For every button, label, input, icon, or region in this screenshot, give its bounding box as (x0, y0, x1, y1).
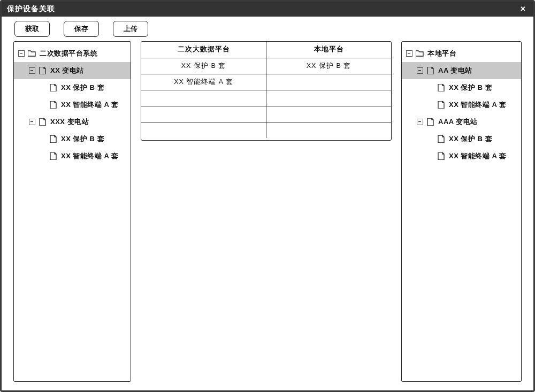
window-title: 保护设备关联 (7, 4, 55, 14)
table-row[interactable]: XX 保护 B 套 XX 保护 B 套 (141, 58, 391, 74)
left-tree-panel: − 二次数据平台系统 − XX 变电站 XX 保护 B 套 (13, 41, 131, 382)
file-icon (49, 101, 58, 109)
tree-node-label: AA 变电站 (438, 66, 472, 75)
table-row[interactable] (141, 106, 391, 122)
table-cell (266, 90, 392, 106)
upload-button[interactable]: 上传 (113, 21, 148, 37)
file-icon (39, 67, 47, 74)
file-icon (49, 84, 58, 91)
tree-node-label: XX 保护 B 套 (61, 83, 104, 93)
table-cell (141, 90, 266, 106)
file-icon (437, 101, 446, 109)
tree-root[interactable]: − 本地平台 (402, 45, 521, 62)
file-icon (39, 118, 47, 126)
expand-toggle-icon[interactable]: − (417, 119, 423, 125)
table-cell (266, 106, 392, 122)
file-icon (49, 152, 58, 160)
save-button[interactable]: 保存 (64, 21, 99, 37)
table-cell: XX 智能终端 A 套 (141, 74, 266, 90)
mapping-table: 二次大数据平台 本地平台 XX 保护 B 套 XX 保护 B 套 XX 智能终端… (141, 42, 391, 138)
tree-leaf[interactable]: XX 保护 B 套 (14, 79, 131, 96)
table-cell (266, 122, 392, 138)
file-icon (437, 152, 446, 160)
tree-leaf[interactable]: XX 保护 B 套 (402, 79, 521, 96)
expand-toggle-icon[interactable]: − (417, 67, 423, 74)
tree-leaf[interactable]: XX 智能终端 A 套 (14, 148, 131, 165)
table-row[interactable] (141, 122, 391, 138)
table-header: 二次大数据平台 (141, 42, 266, 58)
table-header: 本地平台 (266, 42, 392, 58)
titlebar: 保护设备关联 × (2, 2, 533, 17)
table-cell (141, 106, 266, 122)
tree-node-label: XX 变电站 (50, 66, 84, 75)
tree-node-label: XX 智能终端 A 套 (449, 151, 507, 161)
tree-node-label: XXX 变电站 (50, 117, 89, 127)
file-icon (426, 67, 435, 74)
tree-root[interactable]: − 二次数据平台系统 (14, 45, 131, 62)
table-cell: XX 保护 B 套 (266, 58, 392, 74)
tree-node-label: 本地平台 (427, 49, 456, 58)
file-icon (426, 118, 435, 126)
upload-button-label: 上传 (124, 24, 137, 34)
file-icon (437, 84, 446, 91)
expand-toggle-icon[interactable]: − (406, 50, 412, 57)
tree-station[interactable]: − AA 变电站 (402, 62, 521, 79)
file-icon (437, 135, 446, 143)
expand-toggle-icon[interactable]: − (29, 119, 35, 125)
fetch-button[interactable]: 获取 (14, 21, 50, 37)
tree-node-label: XX 智能终端 A 套 (61, 100, 119, 110)
right-tree-panel: − 本地平台 − AA 变电站 XX 保护 B 套 (401, 41, 522, 382)
table-row[interactable] (141, 90, 391, 106)
expand-toggle-icon[interactable]: − (29, 67, 35, 74)
toolbar: 获取 保存 上传 (2, 17, 533, 41)
folder-icon (416, 50, 424, 57)
tree-leaf[interactable]: XX 智能终端 A 套 (14, 96, 131, 113)
table-cell: XX 保护 B 套 (141, 58, 266, 74)
tree-node-label: XX 智能终端 A 套 (449, 100, 507, 110)
expand-toggle-icon[interactable]: − (18, 50, 25, 57)
tree-node-label: XX 保护 B 套 (449, 83, 492, 93)
tree-leaf[interactable]: XX 智能终端 A 套 (402, 96, 521, 113)
tree-node-label: XX 保护 B 套 (449, 134, 492, 144)
tree-node-label: XX 智能终端 A 套 (61, 151, 119, 161)
tree-node-label: XX 保护 B 套 (61, 134, 104, 144)
tree-node-label: AAA 变电站 (438, 117, 478, 127)
tree-node-label: 二次数据平台系统 (40, 49, 97, 58)
tree-station[interactable]: − XX 变电站 (14, 62, 131, 79)
fetch-button-label: 获取 (25, 24, 39, 34)
file-icon (49, 135, 58, 143)
close-icon[interactable]: × (518, 4, 528, 14)
tree-leaf[interactable]: XX 保护 B 套 (14, 130, 131, 148)
table-cell (141, 122, 266, 138)
table-row[interactable]: XX 智能终端 A 套 (141, 74, 391, 90)
tree-leaf[interactable]: XX 智能终端 A 套 (402, 148, 521, 165)
save-button-label: 保存 (74, 24, 88, 34)
table-cell (266, 74, 392, 90)
folder-icon (28, 50, 36, 57)
tree-station[interactable]: − XXX 变电站 (14, 113, 131, 130)
tree-leaf[interactable]: XX 保护 B 套 (402, 130, 521, 148)
tree-station[interactable]: − AAA 变电站 (402, 113, 521, 130)
mapping-table-panel: 二次大数据平台 本地平台 XX 保护 B 套 XX 保护 B 套 XX 智能终端… (141, 41, 392, 141)
